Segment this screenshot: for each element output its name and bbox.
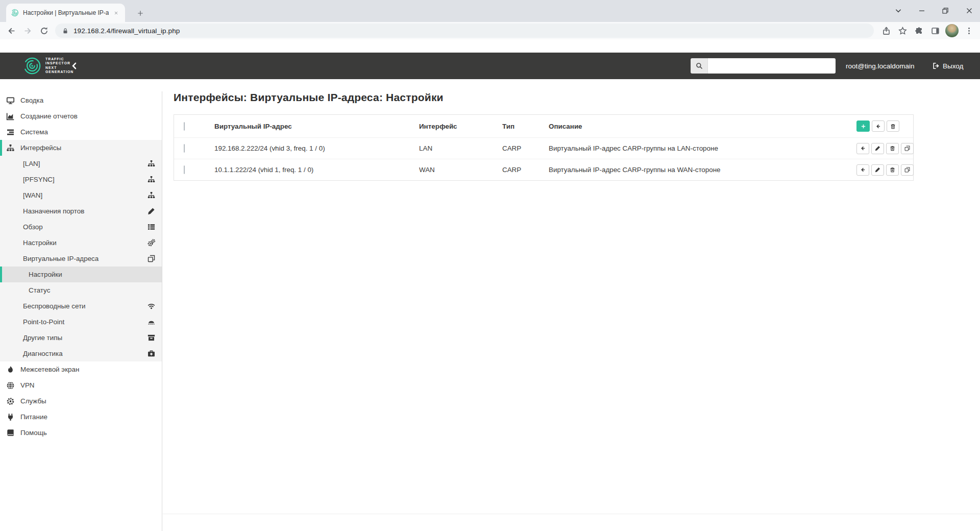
browser-toolbar: 192.168.2.4/firewall_virtual_ip.php [0,22,980,39]
virtual-ip-table: Виртуальный IP-адрес Интерфейс Тип Описа… [174,114,914,181]
bookmark-button[interactable] [895,23,910,38]
th-list-icon [148,223,155,231]
copy-icon [904,167,910,173]
back-icon [7,27,16,35]
plus-icon [861,124,866,129]
sidebar-item-dashboard[interactable]: Сводка [0,92,162,108]
sidebar-item-interfaces[interactable]: Интерфейсы [0,140,162,156]
edit-button[interactable] [871,143,884,154]
sign-out-icon [933,62,940,69]
gears-icon [148,239,155,247]
window-restore-button[interactable] [934,0,957,21]
sidebar-collapse-button[interactable] [71,61,78,71]
side-panel-icon [931,27,940,35]
sidebar-item-pfsync[interactable]: [PFSYNC] [0,172,162,187]
sidebar-item-settings[interactable]: Настройки [0,235,162,251]
edit-button[interactable] [871,164,884,176]
sidebar-item-virtual-ip-status[interactable]: Статус [0,282,162,298]
sidebar-item-overview[interactable]: Обзор [0,219,162,235]
tab-close-icon[interactable] [112,9,120,17]
clone-button[interactable] [901,143,914,154]
sidebar-menu: СводкаСоздание отчетовСистемаИнтерфейсы[… [0,91,162,531]
restore-icon [941,7,949,15]
browser-tab[interactable]: Настройки | Виртуальные IP-адр [6,4,125,22]
logout-button[interactable]: Выход [933,53,963,79]
tasks-icon [6,128,15,136]
sidebar-item-label: Службы [20,397,46,405]
sidebar-item-lan[interactable]: [LAN] [0,156,162,172]
sidebar-item-label: Виртуальные IP-адреса [23,255,99,262]
gear-icon [6,397,15,405]
close-icon [965,7,973,15]
move-selected-button[interactable] [872,120,885,132]
share-button[interactable] [879,23,893,38]
delete-button[interactable] [886,143,899,154]
search-input[interactable] [708,58,836,74]
sidebar-item-label: [WAN] [23,191,42,199]
sidebar-item-virtual-ips[interactable]: Виртуальные IP-адреса [0,251,162,267]
select-all-checkbox[interactable] [184,122,185,131]
row-checkbox[interactable] [184,165,185,174]
search-icon [696,62,703,69]
back-button[interactable] [4,23,18,38]
clone-button[interactable] [901,164,914,176]
plug-icon [6,413,15,421]
arrow-left-icon [860,167,866,173]
sidebar-item-point-to-point[interactable]: Point-to-Point [0,314,162,330]
reload-button[interactable] [37,23,51,38]
sidebar-item-diagnostics[interactable]: Диагностика [0,346,162,361]
sitemap-icon [6,144,15,152]
delete-button[interactable] [886,164,899,176]
sidebar-item-label: Статус [29,286,50,294]
window-minimize-button[interactable] [910,0,934,21]
p2p-icon [148,318,155,326]
brand-logo-icon [22,56,42,76]
browser-menu-button[interactable] [962,23,976,38]
side-panel-button[interactable] [928,23,942,38]
cell-description: Виртуальный IP-адрес CARP-группы на WAN-… [549,166,856,174]
cell-interface: LAN [419,144,502,152]
delete-selected-button[interactable] [887,120,899,132]
sidebar-item-wan[interactable]: [WAN] [0,187,162,203]
sidebar-item-label: Диагностика [23,350,63,357]
new-tab-button[interactable] [133,6,148,20]
move-before-button[interactable] [856,164,869,176]
sidebar-item-firewall[interactable]: Межсетевой экран [0,361,162,377]
sidebar-item-reporting[interactable]: Создание отчетов [0,108,162,124]
window-close-button[interactable] [958,0,980,21]
row-checkbox[interactable] [184,144,185,153]
url-text: 192.168.2.4/firewall_virtual_ip.php [74,27,180,35]
sidebar-item-help[interactable]: Помощь [0,425,162,441]
profile-avatar[interactable] [945,24,959,37]
chart-area-icon [6,112,15,120]
tab-search-button[interactable] [887,0,910,21]
archive-icon [148,334,155,342]
arrow-left-icon [875,124,881,129]
forward-button[interactable] [20,23,35,38]
cell-type: CARP [502,144,549,152]
extensions-button[interactable] [912,23,926,38]
add-button[interactable] [856,120,870,132]
sidebar-item-system[interactable]: Система [0,124,162,140]
move-before-button[interactable] [856,143,869,154]
address-bar[interactable]: 192.168.2.4/firewall_virtual_ip.php [55,23,874,38]
search-button[interactable] [691,58,708,74]
sidebar-item-port-assignments[interactable]: Назначения портов [0,203,162,219]
virtual-ip-table-body: 192.168.2.222/24 (vhid 3, freq. 1 / 0)LA… [174,137,913,180]
sidebar-item-power[interactable]: Питание [0,409,162,425]
sidebar-item-vpn[interactable]: VPN [0,377,162,393]
copy-icon [904,146,910,151]
cell-interface: WAN [419,166,502,174]
sitemap-icon [148,191,155,199]
row-select-cell [174,166,214,174]
sidebar-item-wireless[interactable]: Беспроводные сети [0,298,162,314]
sidebar-item-label: Система [20,128,48,136]
app-header: TRAFFIC INSPECTOR NEXT GENERATION root@t… [0,53,980,79]
sidebar-item-services[interactable]: Службы [0,393,162,409]
row-select-cell [174,144,214,152]
sidebar-item-other-types[interactable]: Другие типы [0,330,162,346]
fire-icon [6,366,15,374]
sidebar-item-label: Другие типы [23,334,62,342]
trash-icon [890,124,896,129]
sidebar-item-virtual-ip-settings[interactable]: Настройки [0,267,162,282]
